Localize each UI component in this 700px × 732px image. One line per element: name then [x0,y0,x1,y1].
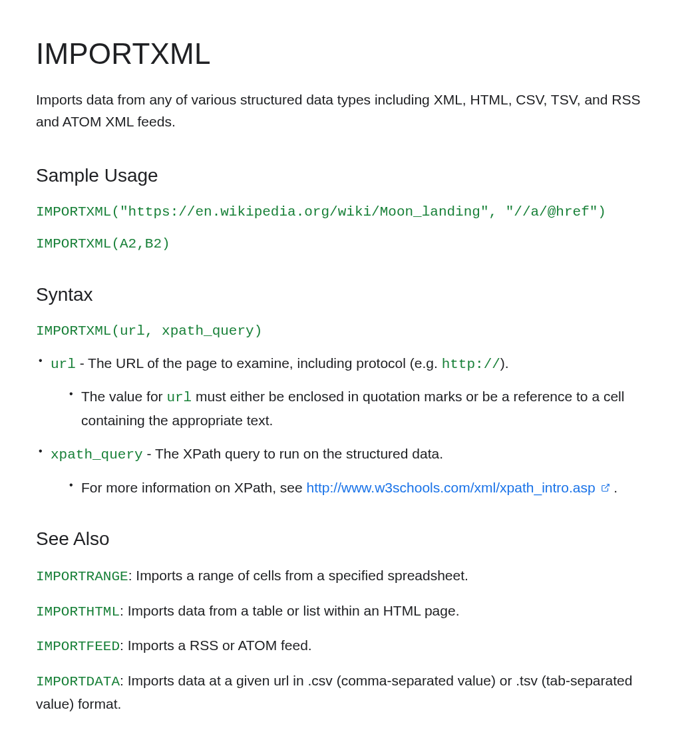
param-name-url: url [51,357,76,372]
see-also-item-importhtml: IMPORTHTML: Imports data from a table or… [36,600,664,624]
syntax-param-xpath-note: For more information on XPath, see http:… [67,476,664,499]
see-also-desc-importdata: : Imports data at a given url in .csv (c… [36,673,632,711]
syntax-heading: Syntax [36,281,664,309]
url-note-prefix: The value for [81,389,166,404]
syntax-param-list: url - The URL of the page to examine, in… [36,353,664,499]
see-also-heading: See Also [36,525,664,553]
param-name-xpath: xpath_query [51,447,143,462]
see-also-code-importfeed: IMPORTFEED [36,639,120,654]
param-desc-xpath: - The XPath query to run on the structur… [143,446,443,461]
sample-usage-heading: Sample Usage [36,162,664,190]
see-also-desc-importhtml: : Imports data from a table or list with… [120,603,459,618]
param-desc-url-code: http:// [442,357,500,372]
url-note-code: url [166,390,192,405]
see-also-code-importdata: IMPORTDATA [36,674,120,689]
external-link-icon [601,483,610,492]
svg-line-0 [604,484,608,488]
syntax-param-url-note: The value for url must either be enclose… [67,385,664,431]
xpath-link[interactable]: http://www.w3schools.com/xml/xpath_intro… [307,480,596,495]
param-desc-url-after: ). [500,355,509,371]
sample-usage-section: Sample Usage IMPORTXML("https://en.wikip… [36,162,664,254]
xpath-note-prefix: For more information on XPath, see [81,480,307,495]
learn-link[interactable]: Learn how to optimize your data referenc… [36,729,301,732]
syntax-param-xpath: xpath_query - The XPath query to run on … [36,443,664,498]
syntax-param-xpath-sub: For more information on XPath, see http:… [51,476,664,499]
sample-usage-example-1: IMPORTXML("https://en.wikipedia.org/wiki… [36,202,664,223]
page-title: IMPORTXML [36,32,664,76]
see-also-item-importdata: IMPORTDATA: Imports data at a given url … [36,670,664,715]
xpath-note-suffix: . [610,480,618,495]
see-also-section: See Also IMPORTRANGE: Imports a range of… [36,525,664,732]
param-desc-url: - The URL of the page to examine, includ… [76,355,442,371]
see-also-code-importhtml: IMPORTHTML [36,604,120,620]
see-also-desc-importrange: : Imports a range of cells from a specif… [128,568,468,583]
syntax-section: Syntax IMPORTXML(url, xpath_query) url -… [36,281,664,498]
syntax-param-url: url - The URL of the page to examine, in… [36,353,664,432]
see-also-desc-importfeed: : Imports a RSS or ATOM feed. [120,638,312,653]
see-also-code-importrange: IMPORTRANGE [36,569,128,584]
see-also-item-importfeed: IMPORTFEED: Imports a RSS or ATOM feed. [36,635,664,658]
syntax-param-url-sub: The value for url must either be enclose… [51,385,664,431]
see-also-item-importrange: IMPORTRANGE: Imports a range of cells fr… [36,565,664,588]
sample-usage-example-2: IMPORTXML(A2,B2) [36,234,664,255]
intro-paragraph: Imports data from any of various structu… [36,89,664,132]
learn-link-wrap: Learn how to optimize your data referenc… [36,727,664,732]
syntax-signature: IMPORTXML(url, xpath_query) [36,321,664,342]
